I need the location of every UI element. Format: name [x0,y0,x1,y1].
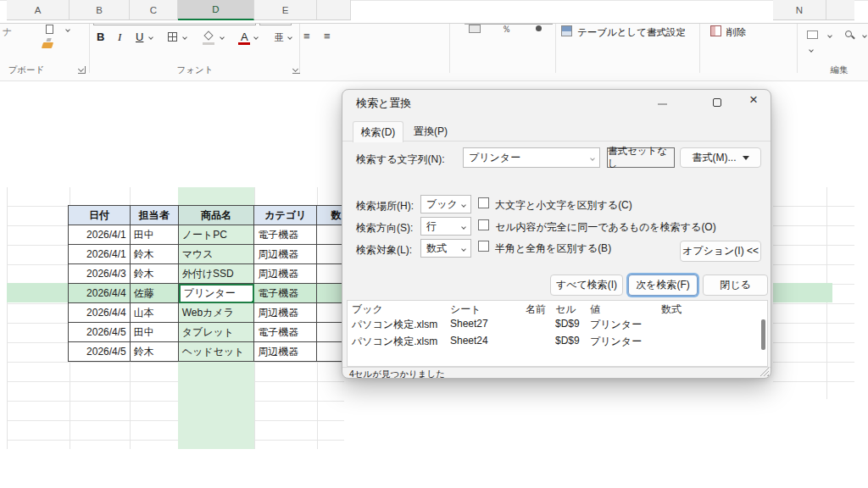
accounting-format-icon[interactable] [469,25,481,33]
cell-product[interactable]: マウス [179,245,255,264]
cell-date[interactable]: 2026/4/3 [69,264,131,284]
result-row[interactable]: パソコン検定.xlsm Sheet27 $D$9 プリンター [348,318,767,335]
column-header-n[interactable]: N [773,0,826,20]
borders-chevron-icon[interactable] [182,35,187,40]
cell-person[interactable]: 鈴木 [131,342,179,362]
borders-icon[interactable] [168,32,177,42]
fill-clear-chevron-icon[interactable] [827,33,832,38]
cell-date[interactable]: 2026/4/1 [69,225,131,245]
cell-product[interactable]: タブレット [179,323,255,342]
align-center-icon[interactable]: ≡ [324,30,331,42]
result-value: プリンター [590,318,642,332]
more-chevron-icon[interactable] [809,47,814,53]
header-category[interactable]: カテゴリ [254,206,317,225]
bold-button[interactable]: B [97,30,104,43]
cell-category[interactable]: 周辺機器 [254,303,317,323]
cell-category[interactable]: 周辺機器 [254,245,317,264]
cell-category[interactable]: 電子機器 [254,225,317,245]
result-row[interactable]: パソコン検定.xlsm Sheet24 $D$9 プリンター [348,335,767,352]
column-header-o-partial[interactable] [826,0,854,20]
cell-category[interactable]: 周辺機器 [254,264,317,284]
font-color-button[interactable]: A [241,30,248,43]
clipboard-dialog-launcher-icon[interactable] [78,66,86,74]
comma-style-icon[interactable] [536,25,542,31]
fill-color-icon[interactable] [203,30,213,40]
close-button[interactable]: 閉じる [703,274,768,296]
col-formula[interactable]: 数式 [661,302,682,317]
cell-person[interactable]: 鈴木 [131,264,179,284]
cell-product[interactable]: ヘッドセット [179,342,255,362]
options-button[interactable]: オプション(I) << [680,241,761,262]
cell-category[interactable]: 周辺機器 [254,342,317,362]
cell-date[interactable]: 2026/4/5 [69,342,131,362]
percent-style-icon[interactable]: ％ [502,23,511,36]
minimize-icon[interactable] [658,103,667,105]
close-icon[interactable]: × [749,92,758,108]
font-color-chevron-icon[interactable] [253,35,259,40]
find-all-button[interactable]: すべて検索(I) [550,274,623,296]
col-book[interactable]: ブック [352,302,383,317]
underline-chevron-icon[interactable] [148,35,153,40]
cell-person[interactable]: 田中 [131,225,179,245]
cell-person[interactable]: 山本 [131,303,179,323]
column-header-f-partial[interactable] [317,0,351,20]
find-select-chevron-icon[interactable] [862,33,867,38]
direction-select[interactable]: 行 [420,217,471,236]
cell-date[interactable]: 2026/4/1 [69,245,131,264]
cell-person[interactable]: 田中 [131,323,179,342]
phonetic-guide-button[interactable]: 亜 [275,31,284,44]
col-cell[interactable]: セル [555,302,576,317]
fill-handle[interactable] [251,300,254,303]
phonetic-chevron-icon[interactable] [287,35,292,40]
col-sheet[interactable]: シート [450,302,481,317]
active-cell-d9[interactable]: プリンター [179,284,255,303]
chevron-down-icon[interactable] [461,247,466,252]
cell-person[interactable]: 鈴木 [131,245,179,264]
match-entire-checkbox[interactable] [478,219,489,230]
fill-clear-icon[interactable] [807,30,818,39]
header-date[interactable]: 日付 [69,206,131,225]
cell-date[interactable]: 2026/4/4 [69,303,131,323]
chevron-down-icon[interactable] [461,225,466,230]
col-value[interactable]: 値 [590,302,600,317]
cell-product[interactable]: ノートPC [179,225,255,245]
find-select-icon[interactable] [845,30,852,37]
search-string-combobox[interactable]: プリンター [463,147,600,168]
header-person[interactable]: 担当者 [131,206,179,225]
format-button[interactable]: 書式(M)... [680,147,761,168]
align-left-icon[interactable]: ≡ [303,30,310,42]
maximize-icon[interactable] [713,98,721,107]
cell-category[interactable]: 電子機器 [254,284,317,303]
tab-replace[interactable]: 置換(P) [405,121,456,142]
cell-product[interactable]: Webカメラ [179,303,255,323]
cell-date[interactable]: 2026/4/5 [69,323,131,342]
column-header-b[interactable]: B [70,0,130,20]
cell-category[interactable]: 電子機器 [254,323,317,342]
format-painter-icon[interactable] [42,42,53,48]
within-select[interactable]: ブック [420,195,471,214]
col-name[interactable]: 名前 [526,302,546,317]
lookin-select[interactable]: 数式 [420,239,471,258]
column-header-e[interactable]: E [254,0,317,20]
match-case-checkbox[interactable] [478,197,489,208]
column-header-c[interactable]: C [130,0,178,20]
fill-color-chevron-icon[interactable] [220,35,225,40]
tab-find[interactable]: 検索(D) [353,121,403,142]
copy-icon[interactable] [46,25,53,34]
header-product[interactable]: 商品名 [179,206,255,225]
cell-person[interactable]: 佐藤 [131,284,179,303]
chevron-down-icon[interactable] [590,156,595,161]
italic-button[interactable]: I [118,30,121,44]
cell-date[interactable]: 2026/4/4 [69,284,131,303]
scrollbar-thumb[interactable] [761,319,765,350]
match-width-checkbox[interactable] [478,241,489,252]
chevron-down-icon[interactable] [461,202,466,208]
column-header-a[interactable]: A [7,0,70,20]
underline-button[interactable]: U [136,30,143,43]
find-next-button[interactable]: 次を検索(F) [628,274,698,296]
column-header-d[interactable]: D [178,0,254,20]
copy-dropdown-chevron-icon[interactable] [65,27,70,32]
cell-product[interactable]: 外付けSSD [179,264,255,284]
delete-cells-button[interactable]: 削除 [726,26,746,39]
format-as-table-button[interactable]: テーブルとして書式設定 [577,26,686,39]
